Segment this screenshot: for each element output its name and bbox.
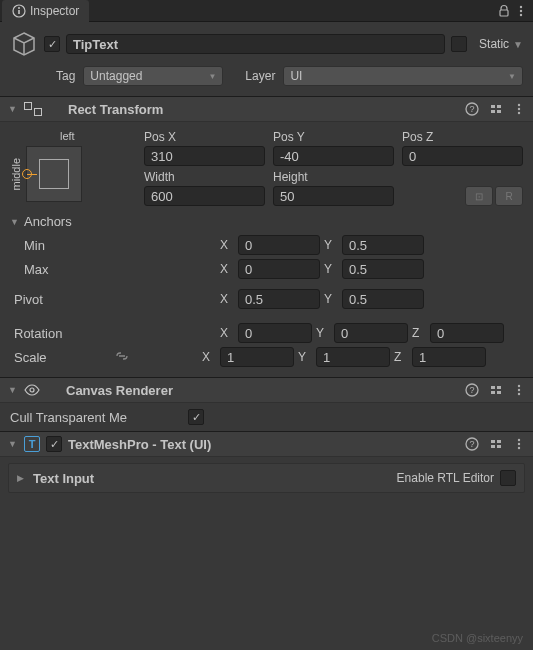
posz-input[interactable] — [402, 146, 523, 166]
posy-input[interactable] — [273, 146, 394, 166]
svg-rect-19 — [491, 386, 495, 389]
anchor-top-label: left — [60, 130, 130, 142]
svg-rect-28 — [491, 440, 495, 443]
posx-label: Pos X — [144, 130, 265, 144]
tmp-icon: T — [24, 436, 40, 452]
svg-rect-29 — [497, 440, 501, 443]
width-input[interactable] — [144, 186, 265, 206]
posz-label: Pos Z — [402, 130, 523, 144]
tag-dropdown[interactable]: Untagged▼ — [83, 66, 223, 86]
tmp-enabled-checkbox[interactable] — [46, 436, 62, 452]
svg-point-25 — [518, 393, 520, 395]
svg-point-32 — [518, 439, 520, 441]
help-icon[interactable]: ? — [465, 383, 479, 397]
name-input[interactable] — [66, 34, 445, 54]
anchor-max-y-input[interactable] — [342, 259, 424, 279]
rtl-label: Enable RTL Editor — [397, 471, 494, 485]
height-label: Height — [273, 170, 394, 184]
static-checkbox[interactable] — [451, 36, 467, 52]
svg-point-16 — [30, 388, 34, 392]
blueprint-mode-button[interactable]: ⊡ — [465, 186, 493, 206]
info-icon — [12, 4, 26, 18]
component-menu-icon[interactable] — [513, 437, 525, 451]
svg-point-33 — [518, 443, 520, 445]
enabled-checkbox[interactable] — [44, 36, 60, 52]
preset-icon[interactable] — [489, 383, 503, 397]
svg-point-34 — [518, 447, 520, 449]
pivot-y-input[interactable] — [342, 289, 424, 309]
svg-rect-20 — [497, 386, 501, 389]
scale-label: Scale — [14, 350, 110, 365]
watermark-text: CSDN @sixteenyy — [432, 632, 523, 644]
text-input-foldout[interactable]: ▶ — [17, 473, 27, 483]
scale-link-icon[interactable] — [114, 350, 130, 362]
component-menu-icon[interactable] — [513, 102, 525, 116]
svg-point-1 — [18, 7, 20, 9]
rect-transform-foldout[interactable]: ▼ — [8, 104, 18, 114]
gameobject-icon — [10, 30, 38, 58]
svg-point-14 — [518, 108, 520, 110]
rotation-x-input[interactable] — [238, 323, 312, 343]
tmp-title: TextMeshPro - Text (UI) — [68, 437, 459, 452]
anchors-foldout[interactable]: ▼ — [10, 217, 20, 227]
raw-mode-button[interactable]: R — [495, 186, 523, 206]
anchor-min-y-input[interactable] — [342, 235, 424, 255]
svg-rect-22 — [497, 391, 501, 394]
cull-transparent-label: Cull Transparent Me — [10, 410, 180, 425]
preset-icon[interactable] — [489, 102, 503, 116]
svg-rect-21 — [491, 391, 495, 394]
layer-dropdown[interactable]: UI▼ — [283, 66, 523, 86]
text-input-label: Text Input — [33, 471, 397, 486]
anchor-max-x-input[interactable] — [238, 259, 320, 279]
svg-rect-9 — [491, 105, 495, 108]
lock-icon[interactable] — [497, 4, 511, 18]
max-label: Max — [24, 262, 128, 277]
svg-rect-10 — [497, 105, 501, 108]
pivot-x-input[interactable] — [238, 289, 320, 309]
scale-x-input[interactable] — [220, 347, 294, 367]
rotation-y-input[interactable] — [334, 323, 408, 343]
anchors-label: Anchors — [24, 214, 72, 229]
svg-point-4 — [520, 5, 522, 7]
scale-y-input[interactable] — [316, 347, 390, 367]
preset-icon[interactable] — [489, 437, 503, 451]
svg-point-23 — [518, 385, 520, 387]
inspector-tab[interactable]: Inspector — [2, 0, 89, 22]
svg-text:?: ? — [469, 439, 474, 449]
scale-z-input[interactable] — [412, 347, 486, 367]
width-label: Width — [144, 170, 265, 184]
svg-rect-2 — [18, 10, 20, 14]
svg-point-24 — [518, 389, 520, 391]
svg-rect-3 — [500, 10, 508, 16]
svg-rect-31 — [497, 445, 501, 448]
cull-transparent-checkbox[interactable] — [188, 409, 204, 425]
height-input[interactable] — [273, 186, 394, 206]
pivot-label: Pivot — [14, 292, 128, 307]
posy-label: Pos Y — [273, 130, 394, 144]
svg-rect-11 — [491, 110, 495, 113]
tab-title: Inspector — [30, 4, 79, 18]
svg-text:?: ? — [469, 104, 474, 114]
layer-label: Layer — [245, 69, 275, 83]
eye-icon — [24, 384, 40, 396]
rotation-label: Rotation — [14, 326, 128, 341]
canvas-renderer-foldout[interactable]: ▼ — [8, 385, 18, 395]
component-menu-icon[interactable] — [513, 383, 525, 397]
posx-input[interactable] — [144, 146, 265, 166]
help-icon[interactable]: ? — [465, 437, 479, 451]
rtl-checkbox[interactable] — [500, 470, 516, 486]
static-dropdown-caret[interactable]: ▼ — [513, 39, 523, 50]
help-icon[interactable]: ? — [465, 102, 479, 116]
rotation-z-input[interactable] — [430, 323, 504, 343]
svg-point-15 — [518, 112, 520, 114]
tmp-foldout[interactable]: ▼ — [8, 439, 18, 449]
min-label: Min — [24, 238, 128, 253]
canvas-renderer-title: Canvas Renderer — [66, 383, 459, 398]
anchor-preset-button[interactable] — [26, 146, 82, 202]
menu-icon[interactable] — [515, 4, 527, 18]
static-label: Static — [479, 37, 509, 51]
tmp-text-input-panel[interactable]: ▶ Text Input Enable RTL Editor — [8, 463, 525, 493]
anchor-min-x-input[interactable] — [238, 235, 320, 255]
svg-point-6 — [520, 13, 522, 15]
rect-transform-icon — [24, 102, 42, 116]
